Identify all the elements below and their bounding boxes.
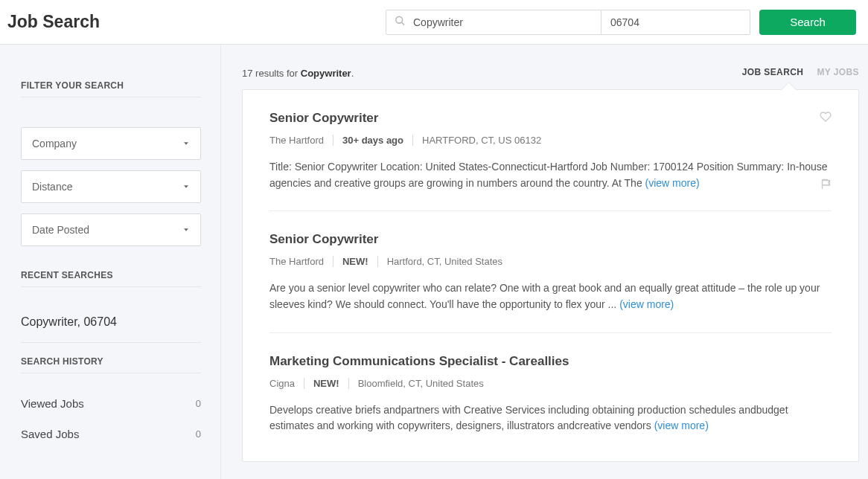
keyword-input[interactable] <box>386 10 601 35</box>
chevron-down-icon <box>182 181 190 193</box>
search-icon <box>395 15 406 29</box>
filter-date-posted[interactable]: Date Posted <box>21 213 201 246</box>
job-meta: The Hartford 30+ days ago HARTFORD, CT, … <box>269 135 832 146</box>
results-count: 17 results for Copywriter. <box>242 68 354 79</box>
tabs: JOB SEARCH MY JOBS <box>742 67 859 79</box>
history-title: SEARCH HISTORY <box>21 356 201 373</box>
job-company: The Hartford <box>269 135 333 146</box>
job-description: Develops creative briefs andpartners wit… <box>269 402 832 434</box>
view-more-link[interactable]: (view more) <box>645 177 700 189</box>
job-company: Cigna <box>269 378 304 389</box>
job-title[interactable]: Marketing Communications Specialist - Ca… <box>269 354 832 369</box>
heart-icon[interactable] <box>820 111 832 126</box>
filter-label: Date Posted <box>32 224 89 236</box>
view-more-link[interactable]: (view more) <box>619 298 674 310</box>
history-label: Viewed Jobs <box>21 397 84 410</box>
job-item: Marketing Communications Specialist - Ca… <box>269 354 832 454</box>
history-count: 0 <box>196 428 201 440</box>
filter-label: Distance <box>32 181 72 193</box>
job-meta: The Hartford NEW! Hartford, CT, United S… <box>269 256 832 267</box>
job-location: HARTFORD, CT, US 06132 <box>412 135 550 146</box>
job-description: Title: Senior Copywriter Location: Unite… <box>269 159 832 191</box>
history-label: Saved Jobs <box>21 428 79 440</box>
search-button[interactable]: Search <box>759 10 856 35</box>
chevron-down-icon <box>182 138 190 150</box>
job-badge: NEW! <box>304 378 348 389</box>
page-title: Job Search <box>7 12 100 32</box>
job-location: Hartford, CT, United States <box>377 256 511 267</box>
recent-search-item[interactable]: Copywriter, 06704 <box>21 302 201 343</box>
tab-my-jobs[interactable]: MY JOBS <box>817 67 859 79</box>
job-title[interactable]: Senior Copywriter <box>269 111 832 126</box>
history-count: 0 <box>196 398 201 409</box>
job-description: Are you a senior level copywriter who ca… <box>269 280 832 312</box>
filter-company[interactable]: Company <box>21 127 201 160</box>
results-panel: Senior Copywriter The Hartford 30+ days … <box>242 89 859 462</box>
header: Job Search Search <box>0 0 868 45</box>
filter-label: Company <box>32 138 77 150</box>
sidebar: FILTER YOUR SEARCH Company Distance Date… <box>0 45 221 479</box>
filter-title: FILTER YOUR SEARCH <box>21 80 201 97</box>
viewed-jobs-row[interactable]: Viewed Jobs 0 <box>21 388 201 419</box>
job-badge: NEW! <box>333 256 377 267</box>
main: FILTER YOUR SEARCH Company Distance Date… <box>0 45 868 479</box>
svg-line-1 <box>401 22 404 25</box>
job-company: The Hartford <box>269 256 333 267</box>
saved-jobs-row[interactable]: Saved Jobs 0 <box>21 419 201 449</box>
job-title[interactable]: Senior Copywriter <box>269 232 832 247</box>
job-location: Bloomfield, CT, United States <box>348 378 493 389</box>
job-badge: 30+ days ago <box>333 135 412 146</box>
job-item: Senior Copywriter The Hartford NEW! Hart… <box>269 232 832 332</box>
location-input[interactable] <box>601 10 750 35</box>
flag-icon[interactable] <box>820 179 832 193</box>
chevron-down-icon <box>182 224 190 236</box>
recent-title: RECENT SEARCHES <box>21 270 201 287</box>
keyword-input-wrap <box>386 10 601 35</box>
tab-job-search[interactable]: JOB SEARCH <box>742 67 804 79</box>
job-item: Senior Copywriter The Hartford 30+ days … <box>269 111 832 211</box>
view-more-link[interactable]: (view more) <box>654 419 709 431</box>
results-header: 17 results for Copywriter. JOB SEARCH MY… <box>242 67 859 79</box>
filter-distance[interactable]: Distance <box>21 170 201 203</box>
svg-point-0 <box>396 16 403 23</box>
search-container: Search <box>386 10 861 35</box>
job-meta: Cigna NEW! Bloomfield, CT, United States <box>269 378 832 389</box>
content: 17 results for Copywriter. JOB SEARCH MY… <box>221 45 868 479</box>
